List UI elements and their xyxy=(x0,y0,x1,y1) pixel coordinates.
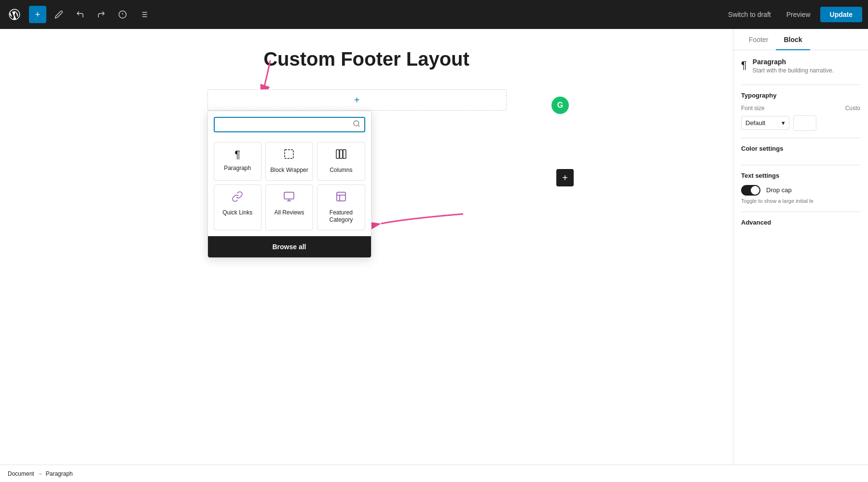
sidebar-paragraph-icon: ¶ xyxy=(741,59,747,71)
annotation-arrow-2 xyxy=(357,209,468,238)
main-layout: Custom Footer Layout G + xyxy=(0,29,868,465)
featured-category-label: Featured Category xyxy=(321,209,360,224)
svg-rect-19 xyxy=(337,192,345,201)
add-block-button[interactable]: + xyxy=(29,6,46,23)
sidebar-text-settings-section: Text settings Drop cap Toggle to show a … xyxy=(741,165,860,212)
pencil-icon xyxy=(55,10,63,19)
color-settings-title: Color settings xyxy=(741,145,860,152)
bottom-bar: Document → Paragraph xyxy=(0,465,868,482)
block-item-all-reviews[interactable]: All Reviews xyxy=(265,184,313,230)
info-button[interactable] xyxy=(114,6,131,23)
font-size-row: Font size Custo xyxy=(741,105,860,112)
grammarly-icon: G xyxy=(551,97,569,114)
text-settings-title: Text settings xyxy=(741,172,860,179)
block-search-input[interactable] xyxy=(219,121,349,128)
block-item-featured-category[interactable]: Featured Category xyxy=(317,184,365,230)
block-item-block-wrapper[interactable]: Block Wrapper xyxy=(265,142,313,181)
wp-logo[interactable] xyxy=(6,6,23,23)
font-size-custom-label: Custo xyxy=(845,105,860,112)
quick-links-icon xyxy=(232,191,243,205)
svg-line-11 xyxy=(358,125,359,127)
font-size-custom-input[interactable] xyxy=(793,115,816,131)
svg-rect-16 xyxy=(284,192,294,199)
drop-cap-desc: Toggle to show a large initial le xyxy=(741,198,860,205)
block-item-columns[interactable]: Columns xyxy=(317,142,365,181)
block-inserter-bar[interactable]: + xyxy=(207,89,507,111)
list-view-button[interactable] xyxy=(135,6,152,23)
breadcrumb-document[interactable]: Document xyxy=(8,470,34,477)
toolbar: + Switch to draft Preview Update xyxy=(0,0,868,29)
sidebar-block-title: Paragraph xyxy=(753,58,834,66)
columns-block-label: Columns xyxy=(330,167,352,174)
block-picker-search-area xyxy=(208,111,371,136)
sidebar-typography-section: Typography Font size Custo Default ▾ xyxy=(741,85,860,138)
undo-icon xyxy=(76,10,84,19)
update-button[interactable]: Update xyxy=(820,7,862,22)
block-wrapper-icon xyxy=(283,148,295,163)
font-size-label: Font size xyxy=(741,105,765,112)
advanced-title: Advanced xyxy=(741,219,860,226)
featured-category-icon xyxy=(335,191,347,205)
quick-links-label: Quick Links xyxy=(222,209,252,217)
block-item-quick-links[interactable]: Quick Links xyxy=(214,184,262,230)
svg-rect-15 xyxy=(343,150,346,158)
all-reviews-label: All Reviews xyxy=(274,209,304,217)
sidebar-right: Footer Block ¶ Paragraph Start with the … xyxy=(733,29,868,465)
tools-button[interactable] xyxy=(50,6,68,23)
sidebar-block-header: ¶ Paragraph Start with the building narr… xyxy=(741,58,860,75)
block-item-paragraph[interactable]: ¶ Paragraph xyxy=(214,142,262,181)
search-input-wrap xyxy=(214,117,365,132)
font-size-select-value: Default xyxy=(745,119,765,127)
tab-footer[interactable]: Footer xyxy=(741,29,776,50)
browse-all-button[interactable]: Browse all xyxy=(208,236,371,257)
search-icon xyxy=(353,120,360,129)
svg-point-10 xyxy=(354,121,359,126)
wp-logo-icon xyxy=(8,8,21,21)
typography-title: Typography xyxy=(741,92,860,99)
svg-rect-13 xyxy=(336,150,339,158)
paragraph-block-icon: ¶ xyxy=(234,148,240,161)
redo-icon xyxy=(97,10,106,19)
drop-cap-toggle[interactable] xyxy=(741,185,760,196)
paragraph-block-label: Paragraph xyxy=(224,165,251,172)
editor-area: Custom Footer Layout G + xyxy=(0,29,733,465)
undo-button[interactable] xyxy=(71,6,89,23)
page-title: Custom Footer Layout xyxy=(263,48,469,70)
sidebar-block-info: Paragraph Start with the building narrat… xyxy=(753,58,834,75)
svg-rect-12 xyxy=(285,150,293,158)
block-wrapper-label: Block Wrapper xyxy=(270,167,308,174)
redo-button[interactable] xyxy=(93,6,110,23)
sidebar-advanced-section: Advanced xyxy=(741,212,860,233)
sidebar-color-section: Color settings xyxy=(741,138,860,165)
floating-add-button[interactable]: + xyxy=(556,169,574,186)
info-icon xyxy=(118,10,127,19)
tab-block[interactable]: Block xyxy=(776,29,810,50)
annotation-area: + ¶ Paragraph xyxy=(207,89,526,111)
sidebar-block-desc: Start with the building narrative. xyxy=(753,67,834,75)
chevron-down-icon: ▾ xyxy=(782,119,785,127)
all-reviews-icon xyxy=(283,191,295,205)
font-size-select[interactable]: Default ▾ xyxy=(741,116,789,130)
toolbar-right: Switch to draft Preview Update xyxy=(722,7,862,22)
sidebar-tabs: Footer Block xyxy=(733,29,868,50)
block-picker: ¶ Paragraph Block Wrapper xyxy=(207,111,372,258)
sidebar-content: ¶ Paragraph Start with the building narr… xyxy=(733,50,868,241)
drop-cap-label: Drop cap xyxy=(766,186,792,194)
breadcrumb-arrow: → xyxy=(37,470,43,477)
block-grid: ¶ Paragraph Block Wrapper xyxy=(208,136,371,236)
switch-to-draft-button[interactable]: Switch to draft xyxy=(722,8,777,21)
breadcrumb-paragraph[interactable]: Paragraph xyxy=(46,470,73,477)
columns-block-icon xyxy=(335,148,347,163)
preview-button[interactable]: Preview xyxy=(781,8,816,21)
drop-cap-row: Drop cap xyxy=(741,185,860,196)
svg-rect-14 xyxy=(340,150,343,158)
list-view-icon xyxy=(139,10,148,19)
plus-icon: + xyxy=(354,95,360,106)
